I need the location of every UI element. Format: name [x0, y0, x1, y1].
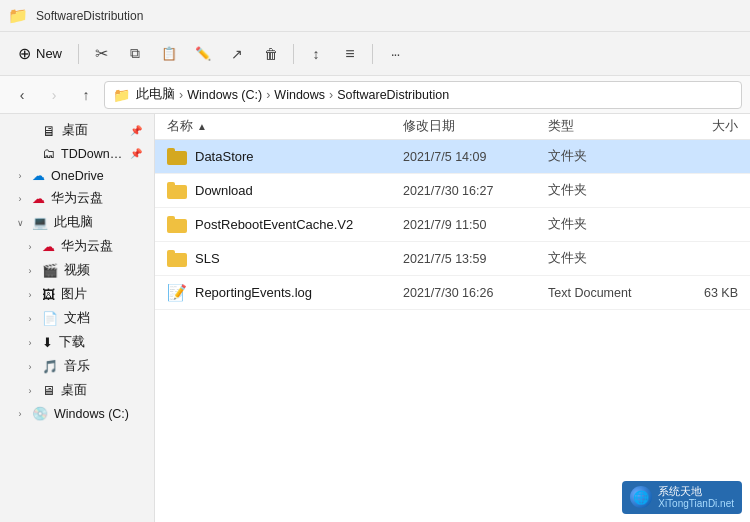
view-button[interactable]: ≡: [334, 38, 366, 70]
title-bar-text: SoftwareDistribution: [36, 9, 143, 23]
toolbar: ⊕ New ✂ ⧉ 📋 ✏️ ↗ 🗑 ↕ ≡ ···: [0, 32, 750, 76]
file-type: 文件夹: [548, 182, 668, 199]
sidebar-item-this-pc[interactable]: ∨ 💻 此电脑: [4, 211, 150, 234]
sidebar-folder-icon: ☁: [42, 239, 55, 254]
new-button[interactable]: ⊕ New: [8, 39, 72, 68]
sidebar-folder-icon: 🎵: [42, 359, 58, 374]
file-name-cell: PostRebootEventCache.V2: [167, 216, 403, 233]
table-row[interactable]: 📝 ReportingEvents.log 2021/7/30 16:26 Te…: [155, 276, 750, 310]
file-rows-container: DataStore 2021/7/5 14:09 文件夹 Download 20…: [155, 140, 750, 310]
sidebar-folder-icon: ☁: [32, 191, 45, 206]
file-date: 2021/7/5 14:09: [403, 150, 548, 164]
file-name: ReportingEvents.log: [195, 285, 312, 300]
col-header-size[interactable]: 大小: [668, 118, 738, 135]
sidebar: 🖥 桌面 📌 🗂 TDDownload (V 📌 › ☁ OneDrive › …: [0, 114, 155, 522]
sort-arrow-icon: ▲: [197, 121, 207, 132]
paste-icon: 📋: [161, 46, 177, 61]
view-icon: ≡: [345, 45, 354, 63]
paste-button[interactable]: 📋: [153, 38, 185, 70]
file-date: 2021/7/5 13:59: [403, 252, 548, 266]
expand-icon: ›: [14, 193, 26, 205]
toolbar-sep-2: [293, 44, 294, 64]
up-button[interactable]: ↑: [72, 81, 100, 109]
col-header-name[interactable]: 名称 ▲: [167, 118, 403, 135]
sidebar-item-music[interactable]: › 🎵 音乐: [4, 355, 150, 378]
breadcrumb-windows-c[interactable]: Windows (C:): [187, 88, 262, 102]
folder-icon: [167, 216, 187, 233]
back-button[interactable]: ‹: [8, 81, 36, 109]
expand-icon: ›: [14, 408, 26, 420]
sidebar-item-onedrive[interactable]: › ☁ OneDrive: [4, 165, 150, 186]
expand-icon: ›: [24, 241, 36, 253]
expand-icon: ›: [24, 361, 36, 373]
sidebar-label: Windows (C:): [54, 407, 129, 421]
sidebar-label: 视频: [64, 262, 90, 279]
breadcrumb-folder-icon: 📁: [113, 87, 130, 103]
expand-icon: ›: [24, 313, 36, 325]
sidebar-folder-icon: 💿: [32, 406, 48, 421]
delete-icon: 🗑: [264, 46, 278, 62]
share-button[interactable]: ↗: [221, 38, 253, 70]
sidebar-folder-icon: 🖥: [42, 123, 56, 139]
new-icon: ⊕: [18, 44, 31, 63]
sidebar-folder-icon: 💻: [32, 215, 48, 230]
pin-icon: 📌: [130, 148, 142, 159]
sidebar-item-video[interactable]: › 🎬 视频: [4, 259, 150, 282]
new-label: New: [36, 46, 62, 61]
table-row[interactable]: PostRebootEventCache.V2 2021/7/9 11:50 文…: [155, 208, 750, 242]
copy-icon: ⧉: [130, 45, 140, 62]
sidebar-item-desktop1[interactable]: 🖥 桌面 📌: [4, 119, 150, 142]
breadcrumb-softwaredistribution[interactable]: SoftwareDistribution: [337, 88, 449, 102]
main-layout: 🖥 桌面 📌 🗂 TDDownload (V 📌 › ☁ OneDrive › …: [0, 114, 750, 522]
sort-button[interactable]: ↕: [300, 38, 332, 70]
delete-button[interactable]: 🗑: [255, 38, 287, 70]
more-icon: ···: [391, 46, 400, 62]
breadcrumb-windows[interactable]: Windows: [274, 88, 325, 102]
forward-button[interactable]: ›: [40, 81, 68, 109]
file-type: Text Document: [548, 286, 668, 300]
sidebar-folder-icon: 🗂: [42, 146, 55, 161]
file-date: 2021/7/9 11:50: [403, 218, 548, 232]
file-type: 文件夹: [548, 148, 668, 165]
sidebar-label: 图片: [61, 286, 87, 303]
sidebar-label: 此电脑: [54, 214, 93, 231]
sidebar-label: 华为云盘: [61, 238, 113, 255]
sidebar-item-desktop2[interactable]: › 🖥 桌面: [4, 379, 150, 402]
pin-icon: 📌: [130, 125, 142, 136]
sidebar-item-windows-c[interactable]: › 💿 Windows (C:): [4, 403, 150, 424]
sidebar-label: 下载: [59, 334, 85, 351]
table-row[interactable]: DataStore 2021/7/5 14:09 文件夹: [155, 140, 750, 174]
rename-button[interactable]: ✏️: [187, 38, 219, 70]
file-date: 2021/7/30 16:27: [403, 184, 548, 198]
expand-icon: ›: [24, 289, 36, 301]
breadcrumb-this-pc[interactable]: 此电脑: [136, 86, 175, 103]
file-type: 文件夹: [548, 216, 668, 233]
sidebar-item-tddownload[interactable]: 🗂 TDDownload (V 📌: [4, 143, 150, 164]
sidebar-folder-icon: ☁: [32, 168, 45, 183]
folder-icon: [167, 148, 187, 165]
sidebar-item-pictures[interactable]: › 🖼 图片: [4, 283, 150, 306]
sidebar-label: 桌面: [61, 382, 87, 399]
cut-button[interactable]: ✂: [85, 38, 117, 70]
expand-icon: [24, 148, 36, 160]
table-row[interactable]: SLS 2021/7/5 13:59 文件夹: [155, 242, 750, 276]
sidebar-label: 华为云盘: [51, 190, 103, 207]
col-header-date[interactable]: 修改日期: [403, 118, 548, 135]
more-button[interactable]: ···: [379, 38, 411, 70]
watermark-line2: XiTongTianDi.net: [658, 498, 734, 510]
file-date: 2021/7/30 16:26: [403, 286, 548, 300]
copy-button[interactable]: ⧉: [119, 38, 151, 70]
file-name-cell: DataStore: [167, 148, 403, 165]
file-size: 63 KB: [668, 286, 738, 300]
col-header-type[interactable]: 类型: [548, 118, 668, 135]
watermark-line1: 系统天地: [658, 485, 734, 498]
sidebar-item-downloads[interactable]: › ⬇ 下载: [4, 331, 150, 354]
sidebar-label: 音乐: [64, 358, 90, 375]
sidebar-item-huawei2[interactable]: › ☁ 华为云盘: [4, 235, 150, 258]
sidebar-item-documents[interactable]: › 📄 文档: [4, 307, 150, 330]
table-row[interactable]: Download 2021/7/30 16:27 文件夹: [155, 174, 750, 208]
expand-icon: ›: [24, 385, 36, 397]
sidebar-folder-icon: 📄: [42, 311, 58, 326]
title-bar: 📁 SoftwareDistribution: [0, 0, 750, 32]
sidebar-item-huawei-cloud[interactable]: › ☁ 华为云盘: [4, 187, 150, 210]
